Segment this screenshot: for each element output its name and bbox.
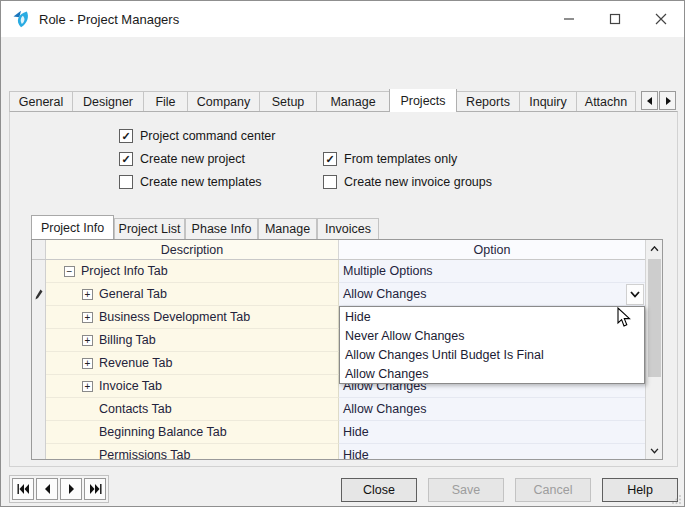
minimize-icon bbox=[563, 13, 575, 25]
record-navigation bbox=[9, 475, 109, 503]
tab-reports[interactable]: Reports bbox=[456, 91, 520, 112]
scrollbar-down-button[interactable] bbox=[646, 442, 663, 459]
maximize-button[interactable] bbox=[592, 1, 638, 37]
subtab-project-info[interactable]: Project Info bbox=[31, 215, 114, 239]
mouse-cursor bbox=[617, 307, 632, 328]
tab-projects[interactable]: Projects bbox=[389, 89, 457, 112]
expand-icon[interactable]: + bbox=[82, 335, 93, 346]
checkbox-project-command-center[interactable]: ✓ Project command center bbox=[119, 129, 275, 143]
resize-grip-icon[interactable] bbox=[672, 494, 682, 504]
subtab-project-list[interactable]: Project List bbox=[114, 218, 185, 239]
pencil-edit-icon bbox=[35, 289, 43, 300]
column-header-option: Option bbox=[339, 240, 645, 259]
tab-scroll-left-button[interactable] bbox=[641, 91, 658, 110]
tab-inquiry[interactable]: Inquiry bbox=[519, 91, 577, 112]
dropdown-item-hide[interactable]: Hide bbox=[340, 307, 644, 326]
row-selector-header bbox=[32, 240, 46, 259]
title-bar: Role - Project Managers bbox=[1, 1, 684, 37]
grid-header: Description Option bbox=[32, 240, 662, 260]
checkbox-create-new-templates[interactable]: Create new templates bbox=[119, 175, 262, 189]
expand-icon[interactable]: + bbox=[82, 312, 93, 323]
tab-scroll-right-button[interactable] bbox=[659, 91, 676, 110]
checkbox-create-new-project[interactable]: ✓ Create new project bbox=[119, 152, 245, 166]
option-combobox[interactable]: Allow Changes bbox=[339, 283, 645, 306]
subtab-phase-info[interactable]: Phase Info bbox=[185, 218, 258, 239]
close-button[interactable] bbox=[638, 1, 684, 37]
main-tab-strip: General Designer File Company Setup Mana… bbox=[9, 89, 639, 112]
expand-icon[interactable]: + bbox=[82, 381, 93, 392]
chevron-down-icon bbox=[650, 448, 659, 454]
tab-setup[interactable]: Setup bbox=[259, 91, 317, 112]
close-button-footer[interactable]: Close bbox=[341, 478, 417, 502]
window-title: Role - Project Managers bbox=[39, 12, 179, 27]
next-record-button[interactable] bbox=[60, 478, 82, 500]
dropdown-item-allow-changes[interactable]: Allow Changes bbox=[340, 364, 644, 383]
option-dropdown-list: Hide Never Allow Changes Allow Changes U… bbox=[339, 306, 645, 384]
first-record-button[interactable] bbox=[12, 478, 34, 500]
tab-scroll-buttons bbox=[641, 91, 677, 110]
minimize-button[interactable] bbox=[546, 1, 592, 37]
maximize-icon bbox=[609, 13, 621, 25]
last-record-button[interactable] bbox=[84, 478, 106, 500]
expand-icon[interactable]: + bbox=[82, 358, 93, 369]
first-record-icon bbox=[17, 484, 30, 494]
expand-icon[interactable]: + bbox=[82, 289, 93, 300]
app-logo-icon bbox=[11, 9, 31, 29]
tab-file[interactable]: File bbox=[143, 91, 188, 112]
cancel-button[interactable]: Cancel bbox=[515, 478, 591, 502]
tab-company[interactable]: Company bbox=[187, 91, 260, 112]
next-record-icon bbox=[68, 484, 75, 494]
checkbox-checked-icon: ✓ bbox=[119, 129, 133, 143]
last-record-icon bbox=[89, 484, 102, 494]
subtab-invoices[interactable]: Invoices bbox=[317, 218, 379, 239]
chevron-up-icon bbox=[650, 246, 659, 252]
tab-manage[interactable]: Manage bbox=[316, 91, 390, 112]
checkbox-checked-icon: ✓ bbox=[323, 152, 337, 166]
previous-record-button[interactable] bbox=[36, 478, 58, 500]
table-row[interactable]: Contacts Tab Allow Changes bbox=[32, 398, 662, 421]
checkbox-from-templates-only[interactable]: ✓ From templates only bbox=[323, 152, 457, 166]
previous-record-icon bbox=[44, 484, 51, 494]
table-row[interactable]: Beginning Balance Tab Hide bbox=[32, 421, 662, 444]
checkbox-unchecked-icon bbox=[323, 175, 337, 189]
scrollbar-up-button[interactable] bbox=[646, 240, 663, 257]
scrollbar-thumb[interactable] bbox=[648, 259, 661, 377]
table-row-editing[interactable]: +General Tab Allow Changes bbox=[32, 283, 662, 306]
dropdown-item-allow-changes-until-budget-final[interactable]: Allow Changes Until Budget Is Final bbox=[340, 345, 644, 364]
tab-designer[interactable]: Designer bbox=[72, 91, 144, 112]
grid-vertical-scrollbar[interactable] bbox=[645, 240, 662, 459]
table-row[interactable]: Permissions Tab Hide bbox=[32, 444, 662, 460]
arrow-right-icon bbox=[664, 97, 672, 105]
close-icon bbox=[655, 13, 667, 25]
chevron-down-icon bbox=[630, 291, 640, 298]
save-button[interactable]: Save bbox=[428, 478, 504, 502]
help-button[interactable]: Help bbox=[602, 478, 678, 502]
tab-general[interactable]: General bbox=[9, 91, 73, 112]
dropdown-item-never-allow-changes[interactable]: Never Allow Changes bbox=[340, 326, 644, 345]
checkbox-create-new-invoice-groups[interactable]: Create new invoice groups bbox=[323, 175, 492, 189]
tab-attachments[interactable]: Attachn bbox=[576, 91, 636, 112]
arrow-left-icon bbox=[646, 97, 654, 105]
checkbox-unchecked-icon bbox=[119, 175, 133, 189]
dialog-window: Role - Project Managers General Designer… bbox=[0, 0, 685, 507]
collapse-icon[interactable]: − bbox=[64, 266, 75, 277]
checkbox-checked-icon: ✓ bbox=[119, 152, 133, 166]
table-row[interactable]: −Project Info Tab Multiple Options bbox=[32, 260, 662, 283]
column-header-description: Description bbox=[46, 240, 339, 259]
combo-dropdown-button[interactable] bbox=[626, 284, 644, 305]
subtab-manage[interactable]: Manage bbox=[258, 218, 317, 239]
